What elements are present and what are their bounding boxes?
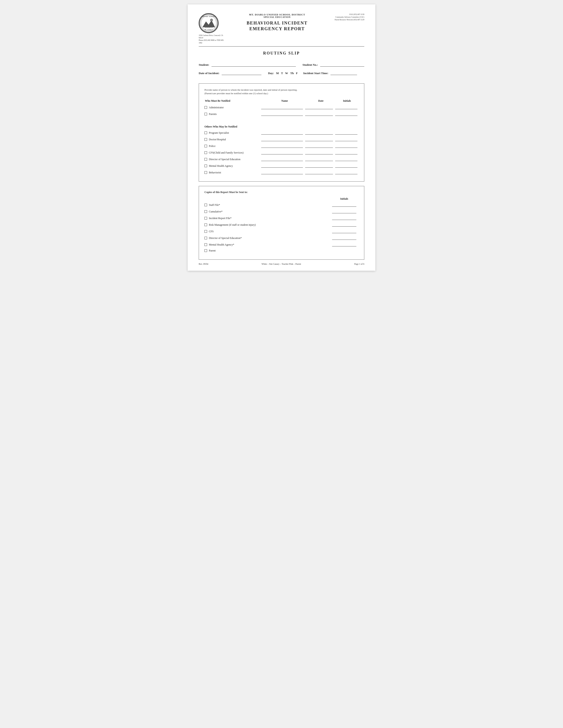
- administrator-name-field[interactable]: [261, 105, 303, 109]
- copy-cfs: CFS: [204, 229, 359, 233]
- doctor-hospital-label: Doctor/Hospital: [204, 138, 260, 141]
- mental-health-copies-checkbox[interactable]: [204, 243, 207, 246]
- director-sped-copies-initials-field[interactable]: [332, 236, 356, 240]
- behaviorist-initials-field[interactable]: [335, 170, 358, 174]
- administrator-initials-field[interactable]: [335, 105, 358, 109]
- staff-file-label: Staff File*: [204, 203, 330, 207]
- col-name: Name: [263, 99, 307, 103]
- svg-marker-2: [203, 21, 215, 27]
- title-line1: BEHAVIORAL INCIDENT: [229, 20, 325, 26]
- cumulative-initials-field[interactable]: [332, 209, 356, 213]
- director-sped-date-field[interactable]: [305, 157, 333, 161]
- behaviorist-date-field[interactable]: [305, 170, 333, 174]
- risk-management-checkbox[interactable]: [204, 223, 207, 226]
- police-label: Police: [204, 144, 260, 148]
- district-name: MT. DIABLO UNIFIED SCHOOL DISTRICT: [229, 13, 325, 16]
- mental-health-date-field[interactable]: [305, 164, 333, 168]
- notify-cfs: CFS(Child and Family Services): [204, 150, 359, 154]
- notify-doctor-hospital: Doctor/Hospital: [204, 137, 359, 141]
- police-initials-field[interactable]: [335, 144, 358, 148]
- cfs-copies-checkbox[interactable]: [204, 230, 207, 233]
- incident-report-initials-area: [330, 216, 359, 220]
- mental-health-checkbox[interactable]: [204, 165, 207, 167]
- police-date-field[interactable]: [305, 144, 333, 148]
- cfs-initials-field[interactable]: [335, 150, 358, 154]
- director-sped-copies-label: Director of Special Education*: [204, 236, 330, 240]
- administrator-checkbox[interactable]: [204, 106, 207, 109]
- director-sped-initials-field[interactable]: [335, 157, 358, 161]
- student-no-field[interactable]: [320, 62, 364, 67]
- mental-health-copies-label: Mental Health Agency*: [204, 243, 330, 246]
- mental-health-name-field[interactable]: [261, 164, 303, 168]
- doctor-hospital-initials-field[interactable]: [335, 137, 358, 141]
- cfs-copies-initials-area: [330, 229, 359, 233]
- behaviorist-checkbox[interactable]: [204, 171, 207, 174]
- cumulative-checkbox[interactable]: [204, 210, 207, 213]
- incident-time-field[interactable]: [331, 71, 357, 75]
- col-who: Who Must Be Notified: [205, 99, 263, 103]
- program-specialist-name-field[interactable]: [261, 131, 303, 135]
- right-header: FAX (925) 687-3139 Community Advisory Co…: [329, 13, 364, 21]
- incident-report-checkbox[interactable]: [204, 217, 207, 220]
- col-initials: Initials: [336, 99, 359, 103]
- address-line2: Phone (925) 682 8000 or TDD 685-1992: [199, 39, 225, 44]
- mental-health-initials-field[interactable]: [335, 164, 358, 168]
- title-line2: EMERGENCY REPORT: [229, 26, 325, 32]
- doctor-hospital-date-field[interactable]: [305, 137, 333, 141]
- svg-text:MT. DIABLO: MT. DIABLO: [205, 29, 213, 30]
- parent-copies-label: Parent: [204, 249, 330, 252]
- cfs-checkbox[interactable]: [204, 151, 207, 154]
- notify-behaviorist: Behaviorist: [204, 170, 359, 174]
- notification-instruction: Provide name of person to whom the incid…: [204, 88, 359, 95]
- police-name-field[interactable]: [261, 144, 303, 148]
- cfs-name-field[interactable]: [261, 150, 303, 154]
- parents-name-field[interactable]: [261, 112, 303, 116]
- incident-time-label: Incident Start Time:: [303, 71, 328, 75]
- parents-date-field[interactable]: [305, 112, 333, 116]
- footer-copies: White – Site Canary – Teacher Pink – Par…: [261, 263, 301, 265]
- footer-rev: Rev. 09/04: [199, 263, 208, 265]
- staff-file-checkbox[interactable]: [204, 204, 207, 206]
- risk-management-initials-field[interactable]: [332, 223, 356, 227]
- address: 1936 Carlotta Drive, Concord, CA 94519 P…: [199, 34, 225, 44]
- center-header: MT. DIABLO UNIFIED SCHOOL DISTRICT SPECI…: [225, 13, 329, 32]
- svg-text:UNIFIED SCHOOL: UNIFIED SCHOOL: [201, 16, 216, 17]
- day-f: F: [296, 71, 298, 75]
- director-sped-name-field[interactable]: [261, 157, 303, 161]
- cac: Community Advisory Committee (CAC): [329, 16, 364, 19]
- doctor-hospital-checkbox[interactable]: [204, 138, 207, 141]
- director-sped-copies-checkbox[interactable]: [204, 237, 207, 239]
- mental-health-copies-initials-field[interactable]: [332, 242, 356, 246]
- student-field[interactable]: [211, 62, 296, 67]
- director-sped-checkbox[interactable]: [204, 158, 207, 161]
- program-specialist-label: Program Specialist: [204, 131, 260, 135]
- cfs-date-field[interactable]: [305, 150, 333, 154]
- staff-file-initials-area: [330, 203, 359, 207]
- administrator-date-field[interactable]: [305, 105, 333, 109]
- parents-initials-field[interactable]: [335, 112, 358, 116]
- notify-program-specialist: Program Specialist: [204, 131, 359, 135]
- parent-copies-checkbox[interactable]: [204, 249, 207, 252]
- copies-initials-header: Initials: [330, 197, 359, 201]
- cfs-copies-initials-field[interactable]: [332, 229, 356, 233]
- copy-mental-health: Mental Health Agency*: [204, 242, 359, 246]
- staff-file-initials-field[interactable]: [332, 203, 356, 207]
- program-specialist-checkbox[interactable]: [204, 131, 207, 134]
- parent-resource: Parent Resource Network (925) 687-2129: [329, 19, 364, 21]
- program-specialist-date-field[interactable]: [305, 131, 333, 135]
- fax: FAX (925) 687-3139: [329, 13, 364, 16]
- day-options: Day: M T W Th F: [268, 71, 298, 75]
- behaviorist-name-field[interactable]: [261, 170, 303, 174]
- incident-report-initials-field[interactable]: [332, 216, 356, 220]
- program-specialist-initials-field[interactable]: [335, 131, 358, 135]
- police-checkbox[interactable]: [204, 145, 207, 147]
- cumulative-label: Cumulative*: [204, 210, 330, 213]
- special-ed: SPECIAL EDUCATION: [229, 16, 325, 18]
- doctor-hospital-name-field[interactable]: [261, 137, 303, 141]
- day-th: Th: [290, 71, 294, 75]
- date-row: Date of Incident: Day: M T W Th F Incide…: [199, 71, 364, 75]
- copy-incident-report: Incident Report File*: [204, 216, 359, 220]
- mental-health-label: Mental Health Agency: [204, 164, 260, 168]
- date-field[interactable]: [222, 71, 261, 75]
- parents-checkbox[interactable]: [204, 113, 207, 115]
